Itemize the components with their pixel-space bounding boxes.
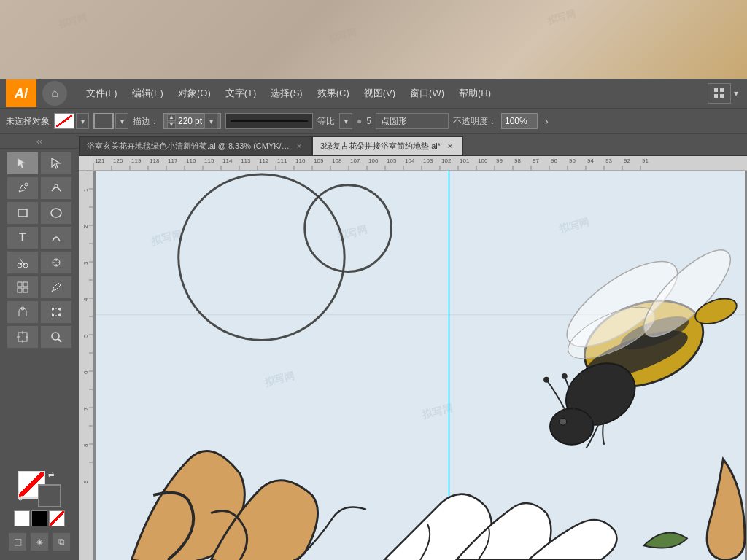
tab-title-1: 浴室玄关花卉地毯绿色小清新雏菊.ai @ 8.33% (CMYK/GPU 预览)	[87, 141, 290, 152]
svg-text:108: 108	[332, 158, 342, 164]
stroke-decrement[interactable]: ▼	[167, 122, 176, 128]
artboards-button[interactable]: ⧉	[52, 532, 71, 551]
canvas-area[interactable]: 121 120 119 118 117 116 11	[79, 156, 747, 560]
workspace-switcher[interactable]	[708, 83, 731, 104]
ruler-h-svg: 121 120 119 118 117 116 11	[93, 156, 747, 170]
selection-tool[interactable]	[7, 152, 39, 175]
stroke-spinners[interactable]: ▲ ▼	[167, 114, 176, 128]
svg-text:116: 116	[186, 158, 196, 164]
svg-text:97: 97	[533, 158, 539, 164]
tab-close-2[interactable]: ✕	[445, 141, 455, 152]
reset-colors-button[interactable]: ↺	[18, 494, 28, 505]
background-swatch[interactable]	[38, 484, 61, 508]
tool-row-3	[0, 201, 79, 225]
svg-text:6: 6	[82, 370, 89, 374]
tool-row-7	[0, 300, 79, 324]
artboard-tool[interactable]	[7, 325, 39, 349]
menu-edit[interactable]: 编辑(E)	[125, 84, 171, 103]
svg-text:93: 93	[605, 158, 612, 164]
fill-swatch[interactable]	[93, 113, 114, 129]
opacity-label: 不透明度：	[453, 115, 497, 128]
warp-tool[interactable]	[40, 251, 72, 274]
expand-button[interactable]: ›	[545, 115, 549, 127]
opacity-value[interactable]: 100%	[501, 113, 538, 129]
gradient-button[interactable]: ◈	[30, 532, 49, 551]
menu-help[interactable]: 帮助(H)	[452, 84, 498, 103]
svg-text:8: 8	[82, 443, 89, 447]
curvature-tool[interactable]	[40, 176, 72, 200]
document-tab-2[interactable]: 3绿复古花朵拼接浴室简约地垫.ai* ✕	[312, 136, 463, 155]
svg-text:98: 98	[514, 158, 521, 164]
svg-rect-12	[18, 288, 22, 292]
black-swatch[interactable]	[31, 510, 47, 526]
svg-point-133	[550, 408, 593, 444]
svg-point-3	[51, 209, 61, 217]
workspace-chevron[interactable]: ▾	[731, 85, 741, 101]
svg-text:4: 4	[82, 298, 89, 301]
document-tab-1[interactable]: 浴室玄关花卉地毯绿色小清新雏菊.ai @ 8.33% (CMYK/GPU 预览)…	[79, 136, 312, 155]
svg-text:100: 100	[478, 158, 488, 164]
tools-area: T	[0, 149, 79, 465]
puppet-warp-tool[interactable]	[7, 300, 39, 324]
swap-colors-button[interactable]: ⇄	[48, 471, 58, 481]
tool-row-2	[0, 176, 79, 200]
menu-view[interactable]: 视图(V)	[357, 84, 403, 103]
left-toolbar: ‹‹	[0, 134, 79, 560]
tool-row-6	[0, 276, 79, 299]
direct-selection-tool[interactable]	[40, 152, 72, 175]
dot-value: 5	[366, 116, 371, 126]
home-icon: ⌂	[51, 87, 58, 100]
stroke-unit: pt	[195, 116, 202, 126]
menu-object[interactable]: 对象(O)	[171, 84, 218, 103]
svg-point-0	[25, 183, 28, 186]
shape-select[interactable]: 点圆形	[376, 113, 449, 129]
svg-rect-10	[18, 282, 22, 287]
svg-text:92: 92	[624, 158, 630, 164]
app-container: Ai ⌂ 文件(F) 编辑(E) 对象(O) 文字(T) 选择(S) 效果(C)…	[0, 79, 747, 560]
zoom-tool[interactable]	[40, 325, 72, 349]
stroke-width-input[interactable]: ▲ ▼ 220 pt ▾	[163, 113, 221, 129]
toolbar-collapse[interactable]: ‹‹	[0, 134, 79, 149]
svg-rect-18	[58, 308, 61, 310]
reshape-tool[interactable]	[40, 226, 72, 249]
svg-point-26	[52, 332, 59, 340]
fill-dropdown[interactable]: ▾	[115, 113, 128, 129]
stroke-unit-dropdown[interactable]: ▾	[204, 113, 217, 129]
white-swatch[interactable]	[14, 510, 30, 526]
none-swatch[interactable]	[49, 510, 65, 526]
menu-select[interactable]: 选择(S)	[263, 84, 309, 103]
bottom-icons: ◫ ◈ ⧉	[4, 529, 74, 554]
stroke-color-swatch[interactable]	[54, 113, 74, 129]
stroke-value: 220	[178, 116, 193, 126]
rectangle-tool[interactable]	[7, 201, 39, 225]
tab-close-1[interactable]: ✕	[294, 141, 304, 152]
ellipse-tool[interactable]	[40, 201, 72, 225]
line-style-preview[interactable]	[225, 113, 313, 129]
canvas-content: 拟写网 拟写网 拟写网 拟写网 拟写网 拟写网	[93, 171, 747, 560]
eyedropper-tool[interactable]	[40, 276, 72, 299]
free-transform-tool[interactable]	[40, 300, 72, 324]
color-mode-button[interactable]: ◫	[8, 532, 27, 551]
stroke-label: 描边：	[133, 115, 159, 128]
menu-text[interactable]: 文字(T)	[218, 84, 264, 103]
svg-rect-2	[18, 209, 27, 217]
menu-file[interactable]: 文件(F)	[79, 84, 125, 103]
scissors-tool[interactable]	[7, 251, 39, 274]
stroke-color-dropdown[interactable]: ▾	[76, 113, 89, 129]
artwork-svg: 拟写网 拟写网 拟写网 拟写网 拟写网 拟写网	[93, 171, 747, 560]
menu-window[interactable]: 窗口(W)	[403, 84, 452, 103]
tab-title-2: 3绿复古花朵拼接浴室简约地垫.ai*	[320, 141, 441, 152]
svg-text:99: 99	[496, 158, 503, 164]
options-bar: 未选择对象 ▾ ▾ 描边： ▲ ▼ 220 pt ▾ 等比 ▾	[0, 108, 747, 134]
stroke-increment[interactable]: ▲	[167, 114, 176, 121]
svg-line-27	[58, 339, 61, 342]
pen-tool[interactable]	[7, 176, 39, 200]
svg-text:109: 109	[314, 158, 324, 164]
ratio-dropdown[interactable]: ▾	[339, 113, 352, 129]
home-button[interactable]: ⌂	[42, 81, 67, 106]
menu-effect[interactable]: 效果(C)	[310, 84, 357, 103]
symbol-tool[interactable]	[7, 276, 39, 299]
svg-text:114: 114	[222, 158, 233, 164]
type-tool[interactable]: T	[7, 226, 39, 249]
svg-text:115: 115	[204, 158, 214, 164]
